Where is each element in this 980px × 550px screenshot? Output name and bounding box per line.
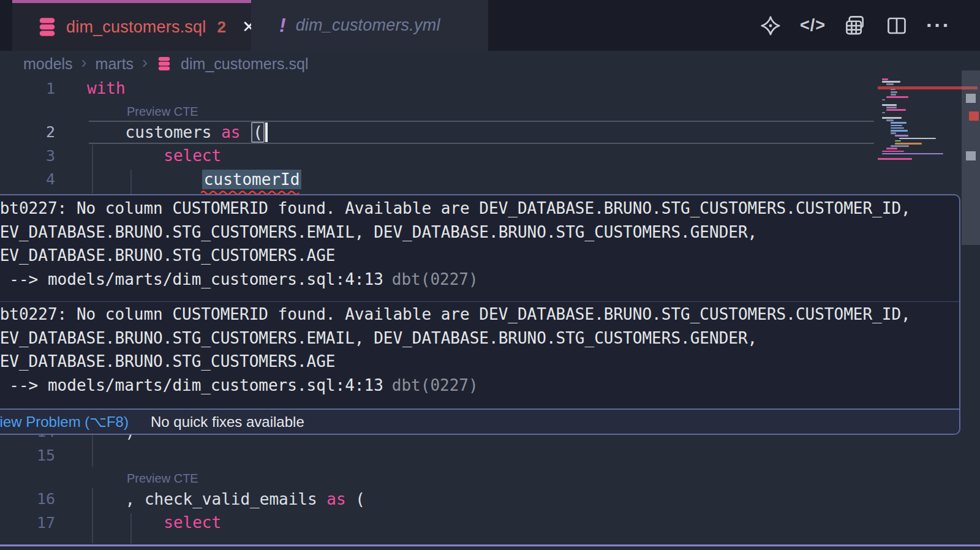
- error-message-line: DEV_DATABASE.BRUNO.STG_CUSTOMERS.EMAIL, …: [0, 220, 959, 244]
- minimap-row: [882, 112, 885, 114]
- error-source: dbt(0227): [392, 376, 478, 394]
- minimap-row: [882, 151, 904, 153]
- minimap-row: [895, 140, 901, 142]
- token: as: [221, 123, 240, 141]
- code-line-16[interactable]: 16 , check_valid_emails as (: [0, 488, 980, 511]
- indent-guide: [130, 170, 132, 194]
- indent-guide: [92, 145, 93, 194]
- minimap-row: [882, 117, 902, 119]
- code-line-1[interactable]: 1with: [0, 77, 980, 100]
- code-text: customerId: [87, 170, 301, 189]
- minimap-row: [882, 104, 897, 106]
- minimap-row: [895, 135, 908, 137]
- breadcrumb-item-file[interactable]: dim_customers.sql: [181, 55, 308, 73]
- minimap-row: [891, 91, 897, 93]
- token: , check_valid_emails: [87, 490, 326, 508]
- minimap-row: [886, 107, 897, 108]
- codelens-preview-cte[interactable]: Preview CTE: [127, 105, 198, 119]
- token: [240, 123, 250, 141]
- line-number: 3: [0, 147, 55, 165]
- minimap-row: [895, 143, 922, 145]
- token: (: [346, 490, 365, 508]
- line-number: 16: [0, 490, 55, 508]
- error-message-line: dbt0227: No column CUSTOMERID found. Ava…: [0, 303, 959, 326]
- token: customers: [87, 123, 221, 141]
- more-actions-icon[interactable]: ···: [926, 13, 951, 37]
- indent-guide: [130, 513, 132, 544]
- error-messages: dbt0227: No column CUSTOMERID found. Ava…: [0, 195, 959, 407]
- view-problem-link[interactable]: View Problem (⌥F8): [0, 413, 129, 431]
- overview-ruler-error-mark: [969, 111, 979, 121]
- line-number: 4: [0, 170, 55, 188]
- no-quick-fixes-text: No quick fixes available: [151, 413, 304, 431]
- code-line-3[interactable]: 3 select: [0, 144, 980, 168]
- tab-dim-customers-yml[interactable]: ! dim_customers.yml: [251, 0, 488, 51]
- code-text: with: [87, 79, 126, 97]
- overview-ruler-mark: [966, 94, 976, 103]
- code-text: select: [87, 146, 221, 165]
- scrollbar[interactable]: [962, 0, 980, 550]
- database-icon: [38, 17, 56, 37]
- line-number: 1: [0, 80, 55, 97]
- indent-guide: [92, 488, 93, 543]
- panel-sash[interactable]: [0, 544, 980, 546]
- breadcrumb: models › marts › dim_customers.sql: [0, 51, 980, 77]
- query-results-icon[interactable]: [844, 14, 867, 37]
- warning-icon: !: [279, 14, 286, 37]
- breadcrumb-item-models[interactable]: models: [23, 55, 73, 73]
- error-message-line: dbt0227: No column CUSTOMERID found. Ava…: [0, 197, 959, 220]
- minimap-row: [882, 153, 943, 155]
- codelens-preview-cte[interactable]: Preview CTE: [127, 472, 198, 486]
- code-line-17[interactable]: 17 select: [0, 511, 980, 535]
- minimap-row: [886, 96, 908, 98]
- minimap-row: [882, 81, 900, 83]
- code-text: , check_valid_emails as (: [87, 490, 365, 508]
- dbt-icon[interactable]: [760, 15, 782, 37]
- token: select: [164, 513, 221, 532]
- tab-filename: dim_customers.sql: [66, 18, 206, 37]
- compile-code-icon[interactable]: </>: [800, 16, 826, 35]
- tab-dim-customers-sql[interactable]: dim_customers.sql 2 ✕: [12, 0, 251, 51]
- chevron-right-icon: ›: [142, 53, 148, 72]
- breadcrumb-item-marts[interactable]: marts: [96, 55, 134, 73]
- code-text: select: [87, 513, 221, 532]
- minimap-row: [899, 138, 936, 140]
- editor-pane[interactable]: 1withPreview CTE2 customers as (3 select…: [0, 77, 980, 550]
- minimap-row: [878, 158, 912, 160]
- code-line-2[interactable]: 2 customers as (: [0, 121, 980, 145]
- minimap-row: [891, 94, 896, 96]
- error-message-line: DEV_DATABASE.BRUNO.STG_CUSTOMERS.EMAIL, …: [0, 326, 959, 350]
- line-number: 2: [0, 123, 55, 141]
- minimap-row: [891, 130, 908, 132]
- popup-status-bar: View Problem (⌥F8) No quick fixes availa…: [0, 409, 959, 434]
- line-number: 17: [0, 514, 55, 532]
- minimap-row: [882, 99, 885, 101]
- error-block: dbt0227: No column CUSTOMERID found. Ava…: [0, 301, 959, 407]
- token: [87, 513, 164, 532]
- indent-guide: [92, 430, 93, 467]
- database-icon: [157, 56, 171, 71]
- split-editor-icon[interactable]: [886, 15, 908, 37]
- token: as: [326, 490, 345, 508]
- token: [87, 146, 164, 165]
- minimap-row: [891, 145, 909, 147]
- minimap-row: [891, 89, 895, 91]
- minimap-row: [886, 148, 897, 149]
- token: [87, 170, 202, 189]
- tab-bar: dim_customers.sql 2 ✕ ! dim_customers.ym…: [0, 0, 980, 51]
- code-line-4[interactable]: 4 customerId: [0, 168, 980, 192]
- minimap-row: [886, 119, 894, 121]
- minimap-row: [891, 127, 904, 129]
- error-source: dbt(0227): [392, 270, 478, 288]
- error-message-line: DEV_DATABASE.BRUNO.STG_CUSTOMERS.AGE: [0, 244, 959, 268]
- overview-ruler-mark: [966, 151, 976, 160]
- minimap-row: [891, 122, 907, 124]
- minimap-row: [891, 125, 902, 127]
- code-line-15[interactable]: 15: [0, 443, 980, 467]
- error-block: dbt0227: No column CUSTOMERID found. Ava…: [0, 195, 959, 301]
- error-token: customerId: [202, 170, 302, 189]
- problem-hover-popup: dbt0227: No column CUSTOMERID found. Ava…: [0, 194, 960, 435]
- line-number: 15: [0, 446, 55, 464]
- token: select: [164, 146, 221, 165]
- code-text: customers as (: [87, 122, 268, 143]
